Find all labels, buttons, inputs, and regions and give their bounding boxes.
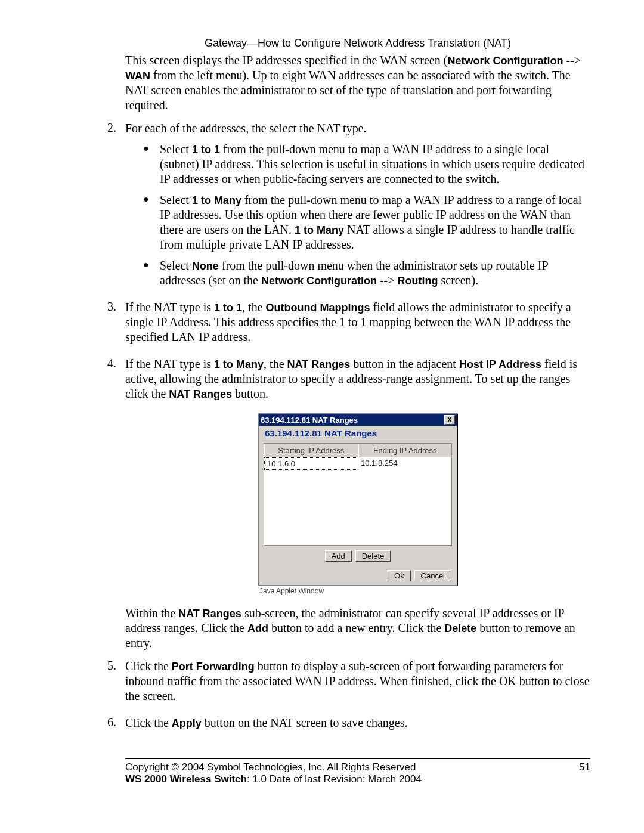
text: Select [160,193,192,206]
text: button in the adjacent [350,357,459,370]
ip-range-table: Starting IP Address Ending IP Address 10… [264,443,452,546]
bold-netconf: Network Configuration [261,275,377,287]
step-2: 2. For each of the addresses, the select… [107,121,590,294]
bold-natranges: NAT Ranges [287,358,351,370]
text: This screen displays the IP addresses sp… [125,54,447,67]
text: button to add a new entry. Click the [268,621,444,634]
java-applet-label: Java Applet Window [258,586,457,595]
bold-natranges: NAT Ranges [169,388,232,400]
cell-ending-ip[interactable]: 10.1.8.254 [358,457,451,470]
bold-apply: Apply [172,717,202,729]
bold-1to1: 1 to 1 [214,302,242,314]
bullet-list: ● Select 1 to 1 from the pull-down menu … [143,142,590,288]
bold-1tomany: 1 to Many [214,358,264,370]
page: Gateway—How to Configure Network Address… [0,0,644,833]
step-number: 6. [107,716,125,736]
step-content: If the NAT type is 1 to 1, the Outbound … [125,300,590,345]
bold-delete: Delete [444,623,476,634]
text: from the left menu). Up to eight WAN add… [125,69,571,112]
dialog-subtitle: 63.194.112.81 NAT Ranges [259,426,457,443]
bold-network-configuration: Network Configuration [447,55,563,67]
revision: : 1.0 Date of last Revision: March 2004 [247,773,422,785]
ordered-list: 2. For each of the addresses, the select… [107,121,590,407]
bold-routing: Routing [398,275,438,287]
page-header: Gateway—How to Configure Network Address… [125,37,590,49]
bullet-item: ● Select None from the pull-down menu wh… [143,258,590,288]
table-header: Starting IP Address Ending IP Address [264,444,451,457]
dialog-titlebar: 63.194.112.81 NAT Ranges x [259,414,457,426]
bold-add: Add [247,623,268,634]
step-number: 2. [107,121,125,294]
bold-portforwarding: Port Forwarding [172,661,255,673]
col-starting-ip: Starting IP Address [264,444,358,457]
page-number: 51 [579,761,590,785]
delete-button[interactable]: Delete [355,550,391,562]
cancel-button[interactable]: Cancel [414,570,451,581]
text: Click the [125,716,172,729]
bold-1tomany: 1 to Many [295,224,344,236]
text: , the [264,357,287,370]
step-content: Click the Apply button on the NAT screen… [125,716,590,730]
bullet-icon: ● [143,142,160,187]
step-content: If the NAT type is 1 to Many, the NAT Ra… [125,357,590,401]
dialog-window: 63.194.112.81 NAT Ranges x 63.194.112.81… [258,413,457,586]
text: For each of the addresses, the select th… [125,121,590,136]
text: Select [160,259,192,272]
bold-1to1: 1 to 1 [192,144,220,156]
ok-button[interactable]: Ok [388,570,411,581]
text: screen). [438,274,479,287]
table-row[interactable]: 10.1.6.0 10.1.8.254 [264,457,451,470]
text: button. [232,387,268,400]
nat-ranges-dialog-screenshot: 63.194.112.81 NAT Ranges x 63.194.112.81… [258,413,457,595]
bullet-icon: ● [143,193,160,252]
text: , the [242,301,265,314]
text: --> [563,54,581,67]
after-dialog-para: Within the NAT Ranges sub-screen, the ad… [125,606,590,651]
bold-none: None [192,260,219,272]
copyright: Copyright © 2004 Symbol Technologies, In… [125,761,422,773]
col-ending-ip: Ending IP Address [358,444,452,457]
cell-starting-ip[interactable]: 10.1.6.0 [264,457,358,470]
intro-para: This screen displays the IP addresses sp… [125,53,590,113]
step-content: For each of the addresses, the select th… [125,121,590,294]
step-4: 4. If the NAT type is 1 to Many, the NAT… [107,357,590,407]
text: from the pull-down menu to map a WAN IP … [160,143,584,185]
text: Select [160,143,192,156]
dialog-title: 63.194.112.81 NAT Ranges [261,416,358,425]
bold-natranges: NAT Ranges [178,608,242,620]
bullet-item: ● Select 1 to 1 from the pull-down menu … [143,142,590,187]
text: If the NAT type is [125,301,214,314]
step-5: 5. Click the Port Forwarding button to d… [107,659,590,710]
step-3: 3. If the NAT type is 1 to 1, the Outbou… [107,300,590,351]
bold-wan: WAN [125,70,150,82]
close-icon[interactable]: x [444,415,455,425]
ok-cancel-row: Ok Cancel [259,564,457,585]
bullet-icon: ● [143,258,160,288]
product-revision: WS 2000 Wireless Switch: 1.0 Date of las… [125,773,422,785]
footer-left: Copyright © 2004 Symbol Technologies, In… [125,761,422,785]
text: Within the [125,606,178,620]
step-content: Click the Port Forwarding button to disp… [125,659,590,704]
add-delete-row: Add Delete [259,546,457,564]
text: --> [377,274,398,287]
page-footer: Copyright © 2004 Symbol Technologies, In… [125,758,590,785]
step-6: 6. Click the Apply button on the NAT scr… [107,716,590,736]
step-number: 3. [107,300,125,351]
bullet-text: Select None from the pull-down menu when… [160,258,590,288]
text: If the NAT type is [125,357,214,370]
step-number: 5. [107,659,125,710]
bold-outbound: Outbound Mappings [266,302,370,314]
add-button[interactable]: Add [325,550,352,562]
text: button on the NAT screen to save changes… [202,716,408,729]
text: Click the [125,659,172,673]
bold-hostip: Host IP Address [459,358,541,370]
product-name: WS 2000 Wireless Switch [125,773,247,785]
bullet-text: Select 1 to Many from the pull-down menu… [160,193,590,252]
bullet-item: ● Select 1 to Many from the pull-down me… [143,193,590,252]
bold-1tomany: 1 to Many [192,194,242,206]
ordered-list-cont: 5. Click the Port Forwarding button to d… [107,659,590,736]
bullet-text: Select 1 to 1 from the pull-down menu to… [160,142,590,187]
step-number: 4. [107,357,125,407]
